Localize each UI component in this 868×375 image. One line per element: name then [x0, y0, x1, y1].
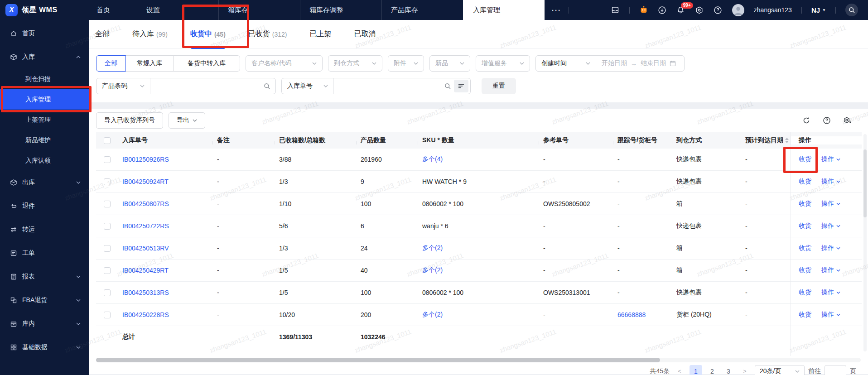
horizontal-scrollbar-thumb[interactable]: [96, 358, 660, 362]
global-search-icon[interactable]: [845, 4, 858, 16]
type-regular-button[interactable]: 常规入库: [125, 55, 174, 72]
sidebar-item-transfer[interactable]: 转运: [0, 218, 89, 241]
date-range-picker[interactable]: 开始日期 → 结束日期: [596, 59, 684, 67]
sidebar-item-arrival-scan[interactable]: 到仓扫描: [0, 69, 89, 89]
row-checkbox[interactable]: [104, 156, 111, 163]
page-1-button[interactable]: 1: [690, 365, 702, 375]
sku-multiple-link[interactable]: 多个(2): [422, 311, 443, 319]
more-actions[interactable]: 操作: [821, 222, 840, 230]
sidebar-item-returns[interactable]: 退件: [0, 194, 89, 218]
robot-assistant-icon[interactable]: [639, 5, 648, 14]
barcode-search-input[interactable]: [150, 79, 264, 93]
more-actions[interactable]: 操作: [821, 266, 840, 274]
inbound-order-link[interactable]: IB004250807RS: [122, 200, 169, 207]
vas-filter-dropdown[interactable]: 增值服务: [476, 55, 530, 72]
row-checkbox[interactable]: [104, 178, 111, 185]
type-all-button[interactable]: 全部: [96, 55, 126, 72]
tab-pending-inbound[interactable]: 待入库(99): [132, 20, 168, 49]
sidebar-item-fba-returns[interactable]: FBA退货: [0, 288, 89, 312]
sidebar-item-warehouse-internal[interactable]: 库内: [0, 312, 89, 336]
sidebar-item-new-product-maintenance[interactable]: 新品维护: [0, 130, 89, 150]
export-button[interactable]: 导出: [169, 112, 205, 129]
download-icon[interactable]: [658, 5, 667, 14]
customer-filter-dropdown[interactable]: 客户名称/代码: [246, 55, 323, 72]
receive-action[interactable]: 收货: [799, 266, 811, 274]
select-all-checkbox[interactable]: [104, 137, 111, 144]
refresh-icon[interactable]: [802, 116, 810, 125]
receive-action[interactable]: 收货: [799, 311, 811, 319]
order-field-dropdown[interactable]: 入库单号: [282, 82, 333, 90]
sidebar-item-inbound[interactable]: 入库: [0, 45, 89, 69]
help-icon[interactable]: [714, 5, 723, 14]
inbound-order-link[interactable]: IB004250722RS: [122, 222, 169, 230]
sidebar-item-work-order[interactable]: 工单: [0, 241, 89, 265]
row-checkbox[interactable]: [104, 267, 111, 274]
sort-icon[interactable]: [785, 138, 789, 143]
sku-multiple-link[interactable]: 多个(4): [422, 155, 443, 163]
more-tabs-button[interactable]: ···: [545, 0, 569, 20]
inbox-icon[interactable]: [611, 5, 620, 14]
import-serials-button[interactable]: 导入已收货序列号: [96, 112, 163, 129]
sidebar-item-shelving-management[interactable]: 上架管理: [0, 110, 89, 130]
page-3-button[interactable]: 3: [722, 365, 735, 375]
more-actions[interactable]: 操作: [821, 200, 840, 208]
more-actions[interactable]: 操作: [821, 155, 840, 163]
page-size-select[interactable]: 20条/页: [755, 365, 805, 375]
active-page-tab-inbound-management[interactable]: 入库管理: [463, 0, 545, 20]
sidebar-item-outbound[interactable]: 出库: [0, 171, 89, 194]
sidebar-item-home[interactable]: 首页: [0, 22, 89, 45]
sidebar-item-base-data[interactable]: 基础数据: [0, 336, 89, 359]
reset-button[interactable]: 重置: [482, 78, 516, 94]
receive-action[interactable]: 收货: [799, 178, 811, 186]
barcode-field-dropdown[interactable]: 产品条码: [96, 82, 150, 90]
time-type-dropdown[interactable]: 创建时间: [536, 59, 596, 67]
type-transfer-button[interactable]: 备货中转入库: [173, 55, 240, 72]
tab-shelved[interactable]: 已上架: [310, 20, 332, 49]
topnav-settings[interactable]: 设置: [137, 0, 218, 20]
user-avatar[interactable]: [732, 4, 744, 16]
sku-multiple-link[interactable]: 多个(2): [422, 244, 443, 252]
row-checkbox[interactable]: [104, 201, 111, 207]
next-page-button[interactable]: >: [738, 365, 751, 375]
topnav-box-adjust[interactable]: 箱库存调整: [300, 0, 381, 20]
horizontal-scrollbar[interactable]: [96, 358, 861, 362]
tab-receiving[interactable]: 收货中(45): [190, 20, 226, 49]
prev-page-button[interactable]: <: [673, 365, 686, 375]
more-actions[interactable]: 操作: [821, 178, 840, 186]
inbound-order-link[interactable]: IB004250924RT: [122, 178, 169, 185]
row-checkbox[interactable]: [104, 289, 111, 296]
tab-cancelled[interactable]: 已取消: [354, 20, 376, 49]
receive-action[interactable]: 收货: [799, 222, 811, 230]
bell-icon[interactable]: 99+: [676, 5, 685, 14]
more-actions[interactable]: 操作: [821, 244, 840, 252]
inbound-order-link[interactable]: IB001250926RS: [122, 156, 169, 163]
sidebar-item-inbound-management[interactable]: 入库管理: [0, 89, 89, 110]
more-actions[interactable]: 操作: [821, 288, 840, 297]
receive-action[interactable]: 收货: [799, 288, 811, 297]
tab-received[interactable]: 已收货(312): [248, 20, 287, 49]
order-search-input[interactable]: [334, 79, 444, 93]
sku-multiple-link[interactable]: 多个(2): [422, 266, 443, 274]
inbound-order-link[interactable]: IB004250429RT: [122, 267, 169, 274]
tab-all[interactable]: 全部: [95, 20, 110, 49]
topnav-home[interactable]: 首页: [89, 0, 137, 20]
new-product-filter-dropdown[interactable]: 新品: [429, 55, 470, 72]
goto-page-input[interactable]: [825, 365, 846, 375]
vertical-scrollbar[interactable]: [863, 134, 867, 351]
sidebar-item-inbound-claim[interactable]: 入库认领: [0, 150, 89, 171]
receive-action[interactable]: 收货: [799, 155, 811, 163]
inbound-order-link[interactable]: IB004250513RV: [122, 245, 169, 252]
attachment-filter-dropdown[interactable]: 附件: [388, 55, 424, 72]
row-checkbox[interactable]: [104, 223, 111, 230]
row-checkbox[interactable]: [104, 312, 111, 318]
inbound-order-link[interactable]: IB004250313RS: [122, 289, 169, 296]
row-checkbox[interactable]: [104, 245, 111, 252]
batch-list-filter-button[interactable]: [454, 80, 468, 92]
gear-icon[interactable]: [695, 5, 704, 14]
arrive-method-filter-dropdown[interactable]: 到仓方式: [328, 55, 382, 72]
help-icon[interactable]: [823, 116, 831, 125]
more-actions[interactable]: 操作: [821, 311, 840, 319]
warehouse-selector[interactable]: NJ ▼: [811, 6, 826, 14]
username-label[interactable]: zhangsan123: [754, 6, 792, 14]
column-settings-icon[interactable]: [843, 116, 852, 125]
